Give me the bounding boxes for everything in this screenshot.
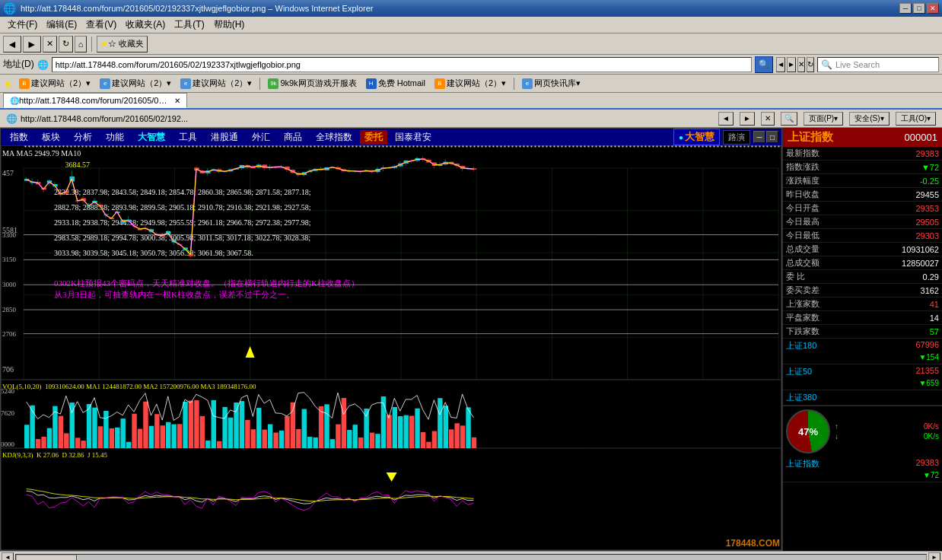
fav-item-6[interactable]: B 建议网站（2）▾ [431, 77, 509, 90]
favorites-bar: ★ B 建议网站（2）▾ e 建议网站（2）▾ e 建议网站（2）▾ 9k 9k… [0, 75, 942, 93]
title-icon: 🌐 [3, 2, 16, 14]
stat-change-pct: 涨跌幅度 -0.25 [783, 174, 942, 188]
app-menu-board[interactable]: 板块 [36, 129, 66, 145]
zoom-stop[interactable]: ✕ [797, 57, 805, 72]
nav-right[interactable]: ► [740, 112, 755, 126]
app-menu-tools[interactable]: 工具 [173, 129, 203, 145]
index-code: 000001 [905, 132, 937, 143]
chart-wrapper[interactable]: 178448.COM [1, 145, 781, 550]
app-menu-index[interactable]: 指数 [4, 129, 34, 145]
zoom-stop2[interactable]: ✕ [761, 112, 775, 126]
zoom-refresh[interactable]: ↻ [807, 57, 814, 72]
sub-index-180[interactable]: 上证180 67996 ▼154 [783, 339, 942, 364]
tab-bar: 🌐 http://att.178448.com/forum/201605/02/… [0, 93, 942, 110]
gauge-stats: ↑ 0K/s ↓ 0K/s [835, 422, 939, 441]
main-canvas[interactable] [1, 145, 781, 550]
stat-flat-count: 平盘家数 14 [783, 311, 942, 325]
search-button[interactable]: 🔍 [755, 56, 773, 73]
scroll-thumb[interactable] [16, 555, 77, 561]
app-menu-function[interactable]: 功能 [100, 129, 130, 145]
close-button[interactable]: ✕ [927, 3, 939, 14]
stat-amount: 总成交额 12850027 [783, 256, 942, 270]
sub-index-main[interactable]: 上证指数 29383 ▼72 [783, 457, 942, 482]
window-title: http://att.178448.com/forum/201605/02/19… [21, 4, 899, 13]
gauge-area: 47% ↑ 0K/s ↓ 0K/s [783, 406, 942, 457]
maximize-button[interactable]: □ [913, 3, 925, 14]
nav-label[interactable]: 路演 [723, 130, 750, 145]
menu-tools[interactable]: 工具(T) [170, 17, 208, 33]
main-content: 指数 板块 分析 功能 大智慧 工具 港股通 外汇 商品 全球指数 委托 国泰君… [0, 128, 942, 551]
favorites-star-icon: ★ [3, 78, 13, 90]
zoom-tools[interactable]: 🔍 [781, 112, 797, 126]
app-menu-forex[interactable]: 外汇 [246, 129, 276, 145]
address-input[interactable] [52, 57, 753, 72]
menu-edit[interactable]: 编辑(E) [42, 17, 81, 33]
fav-item-4[interactable]: 9k 9k9k网页游戏开服表 [265, 77, 359, 90]
fav-item-2[interactable]: e 建议网站（2）▾ [97, 77, 174, 90]
app-menu-dzh[interactable]: 大智慧 [132, 129, 171, 145]
favorites-button[interactable]: ★ ☆ 收藏夹 [97, 36, 148, 52]
app-menu-hkstocks[interactable]: 港股通 [205, 129, 244, 145]
fav-item-7[interactable]: e 网页快讯库▾ [519, 77, 584, 90]
menu-favorites[interactable]: 收藏夹(A) [121, 17, 170, 33]
stat-down-count: 下跌家数 57 [783, 325, 942, 339]
tab-close-button[interactable]: ✕ [174, 97, 180, 105]
maximize-app[interactable]: □ [766, 131, 778, 143]
menu-help[interactable]: 帮助(H) [209, 17, 250, 33]
page-controls: ◄ ► ✕ 🔍 页面(P)▾ 安全(S)▾ 工具(O)▾ [718, 112, 936, 126]
stat-open: 今日开盘 29353 [783, 202, 942, 215]
page-btn[interactable]: 页面(P)▾ [804, 112, 843, 126]
stop-button[interactable]: ✕ [43, 36, 57, 52]
watermark: 178448.COM [726, 538, 780, 549]
right-panel: 上证指数 000001 最新指数 29383 指数涨跌 ▼72 涨跌幅度 -0.… [782, 128, 942, 551]
fav-item-3[interactable]: e 建议网站（2）▾ [177, 77, 255, 90]
stat-commission: 委 比 0.29 [783, 270, 942, 284]
search-icon: 🔍 [759, 59, 769, 69]
stat-volume: 总成交量 10931062 [783, 243, 942, 256]
forward-button[interactable]: ► [23, 36, 41, 52]
minimize-button[interactable]: ─ [899, 3, 912, 14]
stat-yesterday: 昨日收盘 29455 [783, 188, 942, 202]
dzh-logo[interactable]: ● 大智慧 [673, 129, 720, 145]
stat-high: 今日最高 29505 [783, 215, 942, 229]
tools-btn[interactable]: 工具(O)▾ [896, 112, 936, 126]
back-button[interactable]: ◄ [3, 36, 21, 52]
stat-low: 今日最低 29303 [783, 229, 942, 243]
window-controls: ─ □ ✕ [899, 3, 939, 14]
home-button[interactable]: ⌂ [75, 36, 88, 52]
gauge-circle: 47% [786, 409, 830, 453]
scrollbar[interactable]: ◄ ► [0, 551, 942, 560]
app-menubar: 指数 板块 分析 功能 大智慧 工具 港股通 外汇 商品 全球指数 委托 国泰君… [1, 129, 781, 145]
menu-view[interactable]: 查看(V) [81, 17, 121, 33]
tab-main[interactable]: 🌐 http://att.178448.com/forum/201605/02/… [3, 93, 187, 108]
sub-index-50[interactable]: 上证50 21355 ▼659 [783, 364, 942, 390]
app-menu-guotai[interactable]: 国泰君安 [389, 129, 438, 145]
menu-bar: 文件(F) 编辑(E) 查看(V) 收藏夹(A) 工具(T) 帮助(H) [0, 17, 942, 33]
live-search-icon: 🔍 [821, 59, 832, 70]
app-menu-commodities[interactable]: 商品 [278, 129, 308, 145]
scroll-left[interactable]: ◄ [2, 552, 14, 561]
safety-btn[interactable]: 安全(S)▾ [849, 112, 889, 126]
nav-left[interactable]: ◄ [718, 112, 734, 126]
app-menu-commission[interactable]: 委托 [360, 130, 387, 145]
sub-index-380[interactable]: 上证380 [783, 390, 942, 406]
stat-change: 指数涨跌 ▼72 [783, 161, 942, 174]
chart-area[interactable]: 指数 板块 分析 功能 大智慧 工具 港股通 外汇 商品 全球指数 委托 国泰君… [0, 128, 782, 551]
refresh-button[interactable]: ↻ [59, 36, 73, 52]
scroll-track[interactable] [15, 554, 927, 561]
fav-item-1[interactable]: B 建议网站（2）▾ [16, 77, 94, 90]
stat-up-count: 上涨家数 41 [783, 298, 942, 311]
index-header: 上证指数 000001 [783, 128, 942, 147]
index-title: 上证指数 [788, 130, 833, 145]
fav-item-5[interactable]: H 免费 Hotmail [363, 77, 428, 90]
scroll-right[interactable]: ► [928, 552, 940, 561]
zoom-forward[interactable]: ► [787, 57, 796, 72]
toolbar: ◄ ► ✕ ↻ ⌂ ★ ☆ 收藏夹 [0, 33, 942, 55]
title-bar: 🌐 http://att.178448.com/forum/201605/02/… [0, 0, 942, 17]
zoom-back[interactable]: ◄ [776, 57, 785, 72]
app-menu-analysis[interactable]: 分析 [68, 129, 98, 145]
menu-file[interactable]: 文件(F) [3, 17, 42, 33]
app-menu-global[interactable]: 全球指数 [310, 129, 358, 145]
minimize-app[interactable]: ─ [753, 131, 765, 143]
address-bar: 地址(D) 🌐 🔍 ◄ ► ✕ ↻ 🔍 Live Search [0, 55, 942, 75]
